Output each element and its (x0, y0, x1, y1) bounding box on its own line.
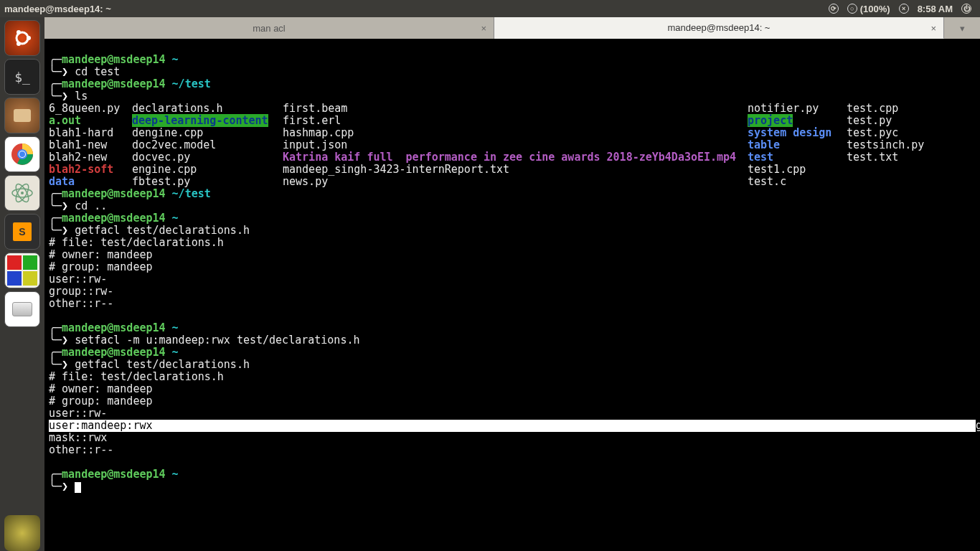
bag-icon (14, 109, 31, 122)
launcher-code-blocks[interactable] (4, 253, 40, 288)
close-icon[interactable]: × (481, 23, 486, 34)
svg-point-3 (17, 42, 21, 46)
svg-point-7 (19, 151, 25, 157)
top-panel: mandeep@msdeep14: ~ ⟳ ○(100%) × 8:58 AM … (0, 0, 980, 17)
clock[interactable]: 8:58 AM (918, 4, 953, 14)
window-title: mandeep@msdeep14: ~ (4, 4, 111, 14)
terminal-window: man acl × mandeep@msdeep14: ~ × ▾ ╭─mand… (44, 17, 980, 551)
tab-man-acl[interactable]: man acl × (44, 17, 494, 39)
four-color-icon (7, 255, 37, 286)
launcher-sublime[interactable]: S (4, 214, 40, 250)
terminal-icon: $_ (14, 70, 30, 85)
close-session-icon[interactable]: × (899, 4, 909, 14)
sublime-icon: S (13, 222, 32, 241)
launcher: $_ S (0, 17, 44, 551)
ubuntu-icon (11, 27, 33, 49)
launcher-terminal[interactable]: $_ (4, 59, 40, 95)
highlighted-acl-line: user:mandeep:rwx (49, 420, 976, 432)
tab-label: man acl (253, 23, 286, 34)
terminal-output[interactable]: ╭─mandeep@msdeep14 ~ ╰─❯ cd test ╭─mande… (44, 39, 980, 551)
tab-overflow[interactable]: ▾ (944, 17, 980, 39)
battery-indicator[interactable]: ○(100%) (847, 4, 890, 14)
launcher-files[interactable] (4, 291, 40, 327)
drive-icon (12, 302, 32, 316)
power-icon[interactable]: ⏻ (961, 4, 971, 14)
close-icon[interactable]: × (930, 22, 936, 33)
chrome-icon (10, 142, 34, 166)
svg-point-1 (27, 36, 31, 40)
launcher-software-center[interactable] (4, 98, 40, 133)
ls-output: 6_8queen.py a.out blah1-hard blah1-new b… (49, 103, 976, 188)
launcher-ubuntu-dash[interactable] (4, 20, 40, 56)
atom-icon (10, 181, 34, 205)
launcher-atom[interactable] (4, 175, 40, 211)
cursor (75, 482, 81, 493)
svg-point-11 (21, 192, 24, 194)
sync-icon[interactable]: ⟳ (829, 4, 839, 14)
tab-terminal[interactable]: mandeep@msdeep14: ~ × (494, 17, 944, 39)
launcher-trash[interactable] (4, 515, 40, 551)
tab-label: mandeep@msdeep14: ~ (668, 22, 771, 33)
svg-point-2 (17, 30, 21, 34)
tab-bar: man acl × mandeep@msdeep14: ~ × ▾ (44, 17, 980, 39)
launcher-chrome[interactable] (4, 136, 40, 172)
